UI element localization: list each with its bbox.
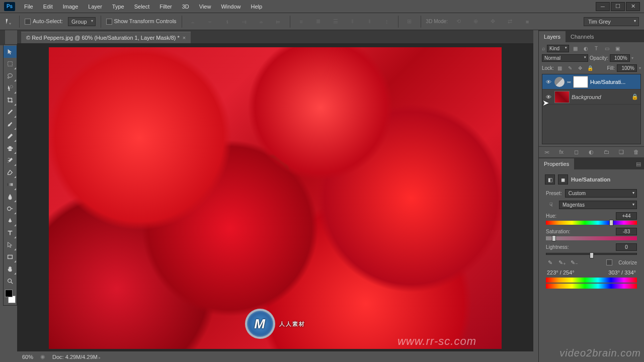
layer-effects-icon[interactable]: fx [557, 149, 566, 155]
align-right-icon[interactable]: ⫢ [273, 16, 285, 27]
marquee-tool[interactable] [4, 58, 17, 70]
type-tool[interactable] [4, 227, 17, 239]
align-bottom-icon[interactable]: ⫮ [221, 16, 233, 27]
new-layer-icon[interactable]: ❏ [617, 149, 626, 155]
zoom-tool[interactable] [4, 275, 17, 287]
canvas[interactable]: 人人素材 www.rr-sc.com [17, 43, 533, 351]
filter-pixel-icon[interactable]: ▦ [571, 44, 580, 52]
minimize-button[interactable]: ─ [596, 2, 610, 11]
history-brush-tool[interactable] [4, 154, 17, 166]
hue-input[interactable]: +44 [616, 212, 637, 220]
saturation-slider[interactable] [546, 236, 637, 240]
lock-all-icon[interactable]: 🔒 [586, 64, 594, 72]
opacity-flyout-icon[interactable]: ▾ [631, 56, 633, 60]
lock-position-icon[interactable]: ✥ [576, 64, 584, 72]
menu-filter[interactable]: Filter [154, 2, 177, 12]
rectangle-tool[interactable] [4, 251, 17, 263]
3d-zoom-icon[interactable]: ■ [521, 16, 533, 27]
document-tab[interactable]: © Red Peppers.jpg @ 60% (Hue/Saturation … [21, 32, 191, 43]
layer-name[interactable]: Hue/Saturati... [590, 79, 638, 85]
menu-3d[interactable]: 3D [177, 2, 194, 12]
distribute-hcenter-icon[interactable]: ⫵ [364, 16, 376, 27]
opacity-input[interactable]: 100% [610, 54, 630, 62]
menu-view[interactable]: View [194, 2, 216, 12]
align-hcenter-icon[interactable]: ⫨ [256, 16, 268, 27]
menu-edit[interactable]: Edit [38, 2, 58, 12]
blend-mode-dropdown[interactable]: Normal [542, 54, 588, 62]
mask-type-icon[interactable]: ◼ [558, 174, 568, 185]
auto-select-checkbox[interactable]: Auto-Select: [25, 18, 63, 25]
hue-slider[interactable] [546, 221, 637, 225]
distribute-bottom-icon[interactable]: ☰ [330, 16, 342, 27]
delete-layer-icon[interactable]: 🗑 [632, 149, 641, 155]
tab-close-icon[interactable]: × [183, 35, 186, 41]
close-button[interactable]: ✕ [626, 2, 640, 11]
link-layers-icon[interactable]: ⫘ [542, 149, 551, 155]
menu-type[interactable]: Type [107, 2, 129, 12]
auto-align-icon[interactable]: ⊞ [404, 16, 416, 27]
workspace-switcher[interactable]: Tim Grey [584, 17, 639, 26]
healing-brush-tool[interactable] [4, 118, 17, 130]
lightness-slider[interactable] [546, 253, 637, 255]
zoom-level[interactable]: 60% [22, 354, 33, 360]
properties-tab[interactable]: Properties [539, 158, 574, 169]
lasso-tool[interactable] [4, 70, 17, 82]
layer-filter-type-dropdown[interactable]: Kind [547, 45, 569, 52]
new-adjustment-icon[interactable]: ◐ [587, 149, 596, 155]
maximize-button[interactable]: ☐ [611, 2, 625, 11]
filter-smart-icon[interactable]: ▣ [613, 44, 622, 52]
layers-tab[interactable]: Layers [539, 31, 566, 42]
eyedropper-add-icon[interactable]: ✎₊ [558, 258, 566, 266]
search-icon[interactable]: ⌕ [542, 45, 545, 51]
tool-preset-picker[interactable] [5, 17, 14, 26]
show-transform-checkbox[interactable]: Show Transform Controls [106, 18, 177, 25]
layer-row-background[interactable]: 👁 Background 🔒 [542, 89, 640, 105]
3d-pan-icon[interactable]: ✥ [487, 16, 499, 27]
foreground-color-swatch[interactable] [5, 290, 13, 297]
menu-file[interactable]: File [19, 2, 38, 12]
layer-row-adjustment[interactable]: 👁 ⫘ Hue/Saturati... [542, 74, 640, 89]
color-range-bar-shifted[interactable] [546, 284, 637, 289]
visibility-toggle-icon[interactable]: 👁 [544, 79, 552, 85]
layer-name[interactable]: Background [572, 94, 629, 100]
lightness-input[interactable]: 0 [616, 243, 637, 251]
eraser-tool[interactable] [4, 166, 17, 178]
clone-stamp-tool[interactable] [4, 142, 17, 154]
layer-mask-thumb[interactable] [573, 76, 588, 88]
blur-tool[interactable] [4, 191, 17, 203]
filter-adjustment-icon[interactable]: ◐ [581, 44, 590, 52]
3d-slide-icon[interactable]: ⇄ [504, 16, 516, 27]
move-tool[interactable] [4, 46, 17, 58]
filter-type-icon[interactable]: T [592, 44, 601, 52]
distribute-top-icon[interactable]: ≡ [295, 16, 307, 27]
fill-input[interactable]: 100% [617, 64, 637, 72]
filter-shape-icon[interactable]: ▭ [602, 44, 611, 52]
auto-select-type-dropdown[interactable]: Group [68, 17, 96, 26]
lock-pixels-icon[interactable]: ✎ [566, 64, 574, 72]
channels-tab[interactable]: Channels [566, 31, 599, 42]
distribute-left-icon[interactable]: ⫴ [347, 16, 359, 27]
menu-layer[interactable]: Layer [83, 2, 107, 12]
menu-help[interactable]: Help [246, 2, 268, 12]
menu-window[interactable]: Window [216, 2, 246, 12]
3d-orbit-icon[interactable]: ⟲ [453, 16, 465, 27]
dodge-tool[interactable] [4, 203, 17, 215]
fill-flyout-icon[interactable]: ▾ [639, 66, 641, 70]
link-icon[interactable]: ⫘ [567, 79, 571, 84]
3d-roll-icon[interactable]: ⊕ [470, 16, 482, 27]
align-vcenter-icon[interactable]: ⫟ [204, 16, 216, 27]
distribute-vcenter-icon[interactable]: ≣ [312, 16, 325, 27]
color-swatches[interactable] [4, 288, 17, 304]
doc-info[interactable]: Doc: 4.29M/4.29M [52, 354, 101, 360]
quick-selection-tool[interactable] [4, 82, 17, 94]
distribute-right-icon[interactable]: ⫶ [381, 16, 393, 27]
preset-dropdown[interactable]: Custom [565, 189, 637, 198]
saturation-input[interactable]: -83 [616, 228, 637, 235]
collapsed-panel-strip[interactable] [0, 30, 5, 45]
status-preview-icon[interactable]: ◉ [40, 353, 45, 360]
color-range-bar[interactable] [546, 278, 637, 283]
crop-tool[interactable] [4, 94, 17, 106]
align-top-icon[interactable]: ⫠ [187, 16, 199, 27]
lock-transparency-icon[interactable]: ▦ [556, 64, 564, 72]
path-selection-tool[interactable] [4, 239, 17, 251]
